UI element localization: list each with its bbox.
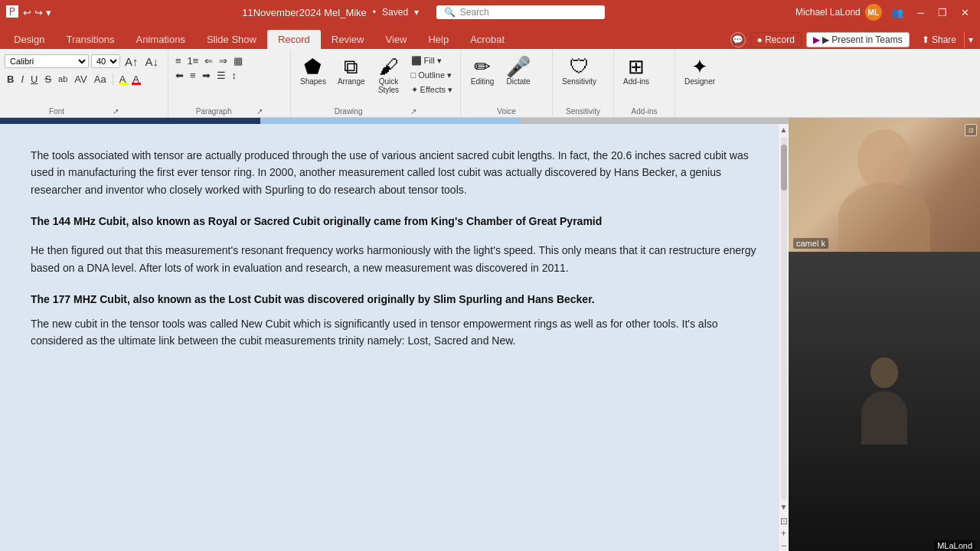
- video-expand-icon[interactable]: ⊡: [965, 124, 977, 136]
- user-name: Michael LaLond: [795, 7, 861, 18]
- present-teams-btn[interactable]: ▶ ▶ Present in Teams: [806, 32, 910, 47]
- slide-progress-bar: [0, 118, 789, 124]
- font-case-btn[interactable]: Aa: [92, 73, 109, 86]
- voice-group-label: Voice: [466, 107, 547, 116]
- font-group-label: Font ↗: [5, 107, 163, 116]
- record-button[interactable]: ● Record: [750, 32, 802, 47]
- paragraph-group-label: Paragraph ↗: [173, 107, 286, 116]
- tab-acrobat[interactable]: Acrobat: [459, 30, 515, 49]
- close-btn[interactable]: ✕: [956, 7, 974, 18]
- sensitivity-btn[interactable]: 🛡 Sensitivity: [557, 54, 601, 88]
- tab-animations[interactable]: Animations: [126, 30, 196, 49]
- video-top-label: camel k: [793, 238, 828, 249]
- columns-btn[interactable]: ▦: [231, 54, 245, 67]
- search-box[interactable]: 🔍 Search: [436, 5, 605, 19]
- addins-btn[interactable]: ⊞ Add-ins: [619, 54, 654, 88]
- scroll-down-btn[interactable]: ▼: [779, 501, 789, 513]
- shape-fill-btn[interactable]: ⬛ Fill ▾: [408, 54, 456, 67]
- font-expand-icon[interactable]: ↗: [113, 107, 119, 116]
- slide-heading-1: The 144 MHz Cubit, also known as Royal o…: [31, 214, 758, 230]
- ribbon-group-voice: ✏ Editing 🎤 Dictate Voice: [461, 50, 553, 117]
- share-btn[interactable]: ⬆ Share: [914, 32, 964, 47]
- ribbon-group-sensitivity: 🛡 Sensitivity Sensitivity: [553, 50, 614, 117]
- shape-outline-btn[interactable]: □ Outline ▾: [408, 69, 456, 82]
- video-top: ⊡ camel k: [789, 118, 980, 252]
- decrease-font-btn[interactable]: A↓: [143, 54, 162, 69]
- decrease-indent-btn[interactable]: ⇐: [202, 54, 215, 67]
- user-avatar: ML: [865, 4, 882, 21]
- para-expand-icon[interactable]: ↗: [256, 107, 263, 116]
- shapes-btn[interactable]: ⬟ Shapes: [296, 54, 331, 88]
- subscript-btn[interactable]: ab: [56, 73, 70, 84]
- title-bar: 🅿 ↩ ↪ ▾ 11November2024 Mel_Mike • Saved …: [0, 0, 980, 24]
- tab-transitions[interactable]: Transitions: [55, 30, 125, 49]
- line-spacing-btn[interactable]: ↕: [230, 69, 240, 82]
- quick-access-toolbar: ↩ ↪ ▾: [23, 7, 51, 18]
- increase-indent-btn[interactable]: ⇒: [217, 54, 230, 67]
- designer-btn[interactable]: ✦ Designer: [680, 54, 720, 88]
- bullets-btn[interactable]: ≡: [173, 54, 184, 67]
- tab-design[interactable]: Design: [3, 30, 55, 49]
- align-justify-btn[interactable]: ☰: [214, 69, 228, 82]
- quick-styles-btn[interactable]: 🖌 QuickStyles: [372, 54, 406, 96]
- redo-btn[interactable]: ↪: [34, 7, 43, 18]
- shape-effects-btn[interactable]: ✦ Effects ▾: [408, 83, 456, 96]
- editing-icon: ✏: [474, 57, 491, 77]
- align-center-btn[interactable]: ≡: [188, 69, 198, 82]
- numbering-btn[interactable]: 1≡: [185, 54, 201, 67]
- zoom-in-btn[interactable]: +: [781, 528, 786, 539]
- title-dropdown[interactable]: ▾: [414, 7, 419, 18]
- char-spacing-btn[interactable]: AV: [72, 73, 89, 86]
- person-silhouette: [854, 357, 915, 449]
- underline-btn[interactable]: U: [28, 73, 40, 86]
- align-right-btn[interactable]: ➡: [200, 69, 213, 82]
- tab-slideshow[interactable]: Slide Show: [196, 30, 267, 49]
- tab-help[interactable]: Help: [417, 30, 459, 49]
- slide-para-2: He then figured out that this measuremen…: [31, 242, 758, 276]
- ribbon: Calibri 40 A↑ A↓ B I U S ab AV Aa A A: [0, 49, 980, 118]
- para-row2: ⬅ ≡ ➡ ☰ ↕: [173, 69, 239, 82]
- minimize-btn[interactable]: ─: [913, 7, 929, 18]
- dropdown-btn[interactable]: ▾: [46, 7, 51, 18]
- para-row1: ≡ 1≡ ⇐ ⇒ ▦: [173, 54, 245, 67]
- collab-btn[interactable]: 👥: [887, 7, 908, 18]
- teams-icon: ▶: [813, 34, 820, 45]
- video-top-controls: ⊡: [789, 121, 980, 139]
- saved-indicator: •: [373, 7, 376, 18]
- restore-btn[interactable]: ❐: [933, 7, 952, 18]
- highlight-btn[interactable]: A: [117, 73, 129, 86]
- video-panel: ⊡ camel k MLaLond: [789, 118, 980, 551]
- document-title: 11November2024 Mel_Mike: [242, 7, 367, 18]
- font-family-select[interactable]: Calibri: [5, 54, 89, 68]
- drawing-expand-icon[interactable]: ↗: [410, 107, 416, 116]
- ribbon-group-paragraph: ≡ 1≡ ⇐ ⇒ ▦ ⬅ ≡ ➡ ☰ ↕ Paragraph ↗: [168, 50, 291, 117]
- strikethrough-btn[interactable]: S: [42, 73, 54, 86]
- person-body: [861, 391, 907, 445]
- share-dropdown-btn[interactable]: ▾: [964, 32, 977, 47]
- dictate-btn[interactable]: 🎤 Dictate: [501, 54, 535, 88]
- tab-record[interactable]: Record: [267, 30, 321, 49]
- scroll-up-btn[interactable]: ▲: [779, 124, 789, 135]
- increase-font-btn[interactable]: A↑: [122, 54, 141, 69]
- bold-btn[interactable]: B: [5, 73, 16, 86]
- ribbon-tabs: Design Transitions Animations Slide Show…: [0, 24, 980, 49]
- slide-para-3: The new cubit in the tensor tools was ca…: [31, 315, 758, 350]
- italic-btn[interactable]: I: [18, 73, 26, 86]
- slide-content: The tools associated with tensor are act…: [0, 124, 789, 551]
- separator1: [113, 73, 113, 85]
- tab-review[interactable]: Review: [321, 30, 375, 49]
- fit-slide-btn[interactable]: ⊡: [780, 516, 788, 527]
- addins-icon: ⊞: [628, 57, 645, 77]
- slide-area[interactable]: The tools associated with tensor are act…: [0, 118, 789, 551]
- font-size-select[interactable]: 40: [91, 54, 120, 68]
- arrange-btn[interactable]: ⧉ Arrange: [333, 54, 370, 88]
- scroll-thumb[interactable]: [781, 145, 787, 191]
- undo-btn[interactable]: ↩: [23, 7, 31, 18]
- tab-view[interactable]: View: [374, 30, 417, 49]
- addins-group-label: Add-ins: [619, 107, 670, 116]
- align-left-btn[interactable]: ⬅: [173, 69, 186, 82]
- font-color-btn[interactable]: A: [130, 73, 142, 86]
- zoom-out-btn[interactable]: −: [781, 540, 786, 551]
- editing-btn[interactable]: ✏ Editing: [466, 54, 499, 88]
- chat-btn[interactable]: 💬: [730, 32, 746, 47]
